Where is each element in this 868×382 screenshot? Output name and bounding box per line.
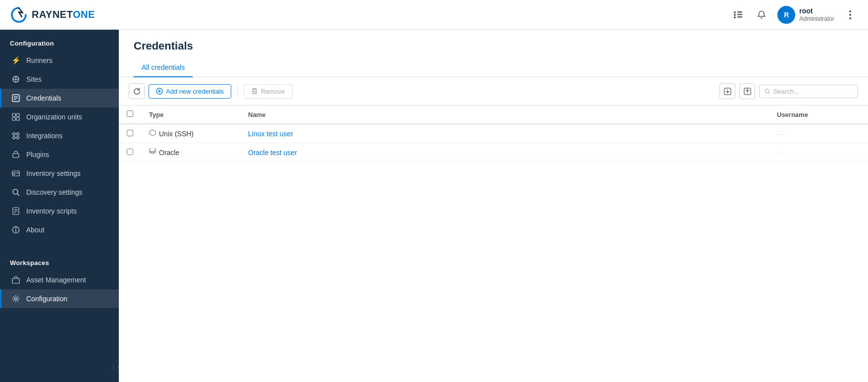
svg-text:!: !: [151, 131, 152, 135]
sidebar-item-asset-management[interactable]: Asset Management: [0, 271, 119, 289]
sidebar-item-about[interactable]: About: [0, 220, 119, 239]
svg-point-32: [13, 189, 18, 194]
sidebar-item-runners[interactable]: ⚡ Runners: [0, 51, 119, 70]
avatar: R: [777, 6, 795, 24]
oracle-type-icon: [149, 148, 156, 157]
search-input[interactable]: [773, 85, 853, 98]
row2-type-badge: Oracle: [149, 148, 232, 157]
svg-point-1: [734, 16, 736, 18]
runners-icon: ⚡: [11, 56, 20, 65]
row1-checkbox[interactable]: [127, 130, 133, 136]
vertical-dots-icon: [849, 10, 851, 19]
svg-rect-31: [13, 174, 15, 175]
svg-point-6: [849, 10, 851, 12]
remove-button[interactable]: Remove: [244, 84, 292, 99]
row1-checkbox-cell: [119, 124, 141, 143]
row1-type-badge: ! Unix (SSH): [149, 129, 232, 138]
svg-rect-19: [16, 117, 19, 120]
remove-label: Remove: [261, 88, 285, 95]
sidebar-item-integrations[interactable]: Integrations: [0, 126, 119, 145]
table-header-name[interactable]: Name: [240, 106, 769, 124]
toolbar-separator: [237, 85, 238, 97]
sidebar-item-sites[interactable]: Sites: [0, 70, 119, 89]
table-header-checkbox: [119, 106, 141, 124]
row1-name-link[interactable]: Linux test user: [248, 130, 293, 138]
sidebar-item-label-configuration: Configuration: [26, 295, 67, 303]
row1-type-label: Unix (SSH): [159, 130, 194, 138]
add-credentials-button[interactable]: Add new credentials: [149, 84, 231, 99]
add-icon: [156, 88, 163, 95]
row2-username-cell: ··: [769, 143, 868, 162]
sidebar-item-org-units[interactable]: Organization units: [0, 108, 119, 126]
sidebar-item-credentials[interactable]: Credentials: [0, 89, 119, 108]
main-content: Credentials All credentials Add new cred…: [119, 30, 868, 382]
menu-icon-button[interactable]: [730, 7, 746, 23]
svg-point-21: [17, 133, 19, 135]
svg-point-40: [15, 228, 16, 229]
more-options-button[interactable]: [842, 7, 858, 23]
sidebar-item-label-runners: Runners: [26, 56, 52, 64]
search-box: [759, 85, 858, 98]
svg-rect-3: [737, 16, 742, 18]
table-area: Type Name Username !: [119, 106, 868, 382]
configuration-icon: [11, 294, 20, 303]
refresh-button[interactable]: [129, 83, 145, 99]
sidebar-item-plugins[interactable]: Plugins: [0, 145, 119, 164]
sidebar-config-label: Configuration: [0, 30, 119, 51]
sidebar-item-label-plugins: Plugins: [26, 151, 49, 159]
bell-icon: [757, 10, 766, 19]
sidebar-item-label-inventory-scripts: Inventory scripts: [26, 207, 77, 215]
svg-rect-18: [12, 117, 15, 120]
sidebar-item-label-asset-management: Asset Management: [26, 276, 86, 284]
sidebar-item-discovery-settings[interactable]: Discovery settings: [0, 183, 119, 202]
header-actions: R root Administrator: [730, 6, 858, 24]
sidebar-item-label-about: About: [26, 226, 45, 234]
svg-line-33: [17, 194, 19, 196]
table-header-username[interactable]: Username: [769, 106, 868, 124]
sites-icon: [11, 75, 20, 84]
select-all-checkbox[interactable]: [127, 110, 133, 117]
logo: RAYNETONE: [10, 6, 95, 24]
search-icon: [765, 88, 770, 95]
import-icon: [724, 88, 731, 95]
asset-management-icon: [11, 275, 20, 284]
row2-username-value: ··: [777, 149, 782, 157]
row2-name-link[interactable]: Oracle test user: [248, 149, 297, 157]
svg-rect-16: [12, 113, 15, 116]
svg-point-8: [849, 17, 851, 19]
import-button[interactable]: [719, 83, 735, 99]
page-header: Credentials All credentials: [119, 30, 868, 77]
svg-point-42: [15, 298, 17, 300]
row1-type-cell: ! Unix (SSH): [141, 124, 240, 143]
table-header-row: Type Name Username: [119, 106, 868, 124]
org-units-icon: [11, 112, 20, 121]
refresh-icon: [133, 88, 141, 95]
tab-all-credentials[interactable]: All credentials: [134, 58, 193, 77]
user-section[interactable]: R root Administrator: [777, 6, 834, 24]
svg-point-4: [734, 14, 736, 16]
row2-name-cell: Oracle test user: [240, 143, 769, 162]
bell-icon-button[interactable]: [754, 7, 769, 23]
table-header-type[interactable]: Type: [141, 106, 240, 124]
user-name: root: [799, 6, 834, 15]
top-header: RAYNETONE R root Administrator: [0, 0, 868, 30]
sidebar-item-inventory-settings[interactable]: Inventory settings: [0, 164, 119, 183]
sidebar-item-configuration[interactable]: Configuration: [0, 289, 119, 308]
row1-username-cell: ···: [769, 124, 868, 143]
export-button[interactable]: [739, 83, 755, 99]
table-row: ! Unix (SSH) Linux test user ···: [119, 124, 868, 143]
integrations-icon: [11, 131, 20, 140]
row1-username-value: ···: [777, 130, 785, 138]
row2-checkbox[interactable]: [127, 149, 133, 155]
sidebar-item-label-org-units: Organization units: [26, 113, 82, 121]
logo-text: RAYNETONE: [32, 9, 95, 20]
sidebar-workspaces-label: Workspaces: [0, 249, 119, 271]
inventory-scripts-icon: [11, 207, 20, 216]
logo-icon: [10, 6, 28, 24]
unix-type-icon: !: [149, 129, 156, 138]
svg-point-23: [17, 137, 19, 139]
sidebar-item-inventory-scripts[interactable]: Inventory scripts: [0, 202, 119, 220]
sidebar-collapse-button[interactable]: ‹: [113, 360, 119, 372]
svg-rect-28: [13, 154, 19, 158]
table-row: Oracle Oracle test user ··: [119, 143, 868, 162]
